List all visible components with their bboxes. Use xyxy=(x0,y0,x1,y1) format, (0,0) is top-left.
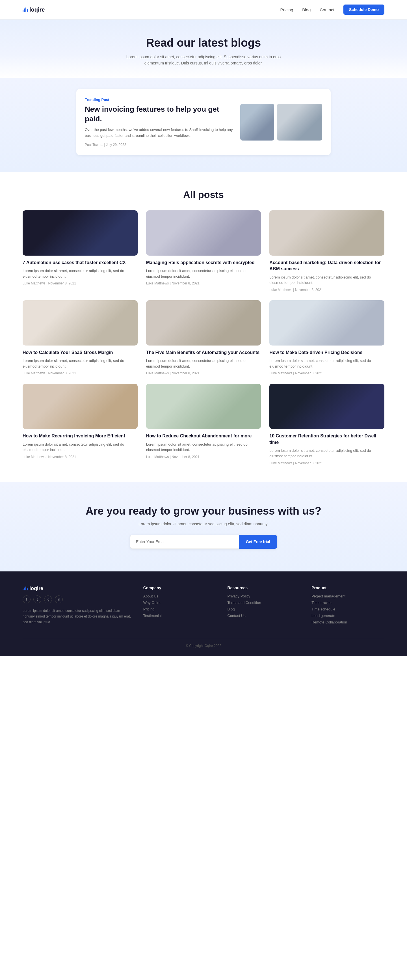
post-title: The Five Main Benefits of Automating you… xyxy=(146,350,261,356)
footer-project-management[interactable]: Project management xyxy=(312,594,385,598)
post-description: Lorem ipsum dolor sit amet, consectetur … xyxy=(146,442,261,453)
trending-image-2 xyxy=(277,104,322,140)
cta-form: Get Free trial xyxy=(130,535,277,549)
footer-why-oqire[interactable]: Why Oqire xyxy=(143,601,216,605)
logo-text: loqire xyxy=(29,6,45,13)
post-meta: Luke Matthews | November 8, 2021 xyxy=(22,455,138,459)
footer-privacy-policy[interactable]: Privacy Policy xyxy=(227,594,300,598)
post-card[interactable]: 10 Customer Retention Strategies for bet… xyxy=(269,384,385,465)
post-image xyxy=(146,384,261,429)
post-title: 7 Automation use cases that foster excel… xyxy=(22,259,138,266)
post-meta: Luke Matthews | November 8, 2021 xyxy=(22,282,138,285)
instagram-icon[interactable]: ig xyxy=(44,595,52,603)
footer-terms[interactable]: Terms and Condition xyxy=(227,601,300,605)
trending-images xyxy=(240,104,322,140)
post-title: Managing Rails application secrets with … xyxy=(146,259,261,266)
trending-title: New invoicing features to help you get p… xyxy=(85,105,234,124)
footer-company-heading: Company xyxy=(143,585,216,590)
twitter-icon[interactable]: t xyxy=(33,595,41,603)
footer-logo-text: loqire xyxy=(29,585,43,592)
post-title: Account-based marketing: Data-driven sel… xyxy=(269,259,385,272)
post-card[interactable]: 7 Automation use cases that foster excel… xyxy=(22,210,138,292)
post-description: Lorem ipsum dolor sit amet, consectetur … xyxy=(146,358,261,369)
linkedin-icon[interactable]: in xyxy=(55,595,63,603)
footer-product-heading: Product xyxy=(312,585,385,590)
footer-time-tracker[interactable]: Time tracker xyxy=(312,601,385,605)
email-input[interactable] xyxy=(130,535,239,549)
hero-description: Lorem ipsum dolor sit amet, consectetur … xyxy=(119,54,288,67)
footer-lead-generate[interactable]: Lead generate xyxy=(312,614,385,618)
post-card[interactable]: How to Calculate Your SaaS Gross Margin … xyxy=(22,300,138,375)
post-image xyxy=(22,384,138,429)
schedule-demo-button[interactable]: Schedule Demo xyxy=(343,5,385,15)
footer-col-resources: Resources Privacy Policy Terms and Condi… xyxy=(227,585,300,627)
post-description: Lorem ipsum dolor sit amet, consectetur … xyxy=(269,358,385,369)
post-image xyxy=(269,300,385,345)
post-meta: Luke Matthews | November 8, 2021 xyxy=(146,371,261,375)
facebook-icon[interactable]: f xyxy=(22,595,30,603)
post-card[interactable]: The Five Main Benefits of Automating you… xyxy=(146,300,261,375)
hero-title: Read our latest blogs xyxy=(22,37,385,49)
footer-social: f t ig in xyxy=(22,595,132,603)
post-description: Lorem ipsum dolor sit amet, consectetur … xyxy=(146,268,261,279)
post-image xyxy=(146,210,261,256)
logo-icon xyxy=(22,7,28,12)
footer-resources-heading: Resources xyxy=(227,585,300,590)
all-posts-title: All posts xyxy=(22,189,385,200)
post-image xyxy=(146,300,261,345)
nav-blog[interactable]: Blog xyxy=(302,7,311,12)
post-title: How to Make Recurring Invoicing More Eff… xyxy=(22,433,138,439)
post-meta: Luke Matthews | November 8, 2021 xyxy=(146,282,261,285)
copyright-text: © Copyright Oqire 2022 xyxy=(186,644,221,648)
footer-remote-collaboration[interactable]: Remote Collaboration xyxy=(312,620,385,624)
trending-date: July 29, 2022 xyxy=(106,143,126,147)
post-meta: Luke Matthews | November 8, 2021 xyxy=(22,371,138,375)
posts-grid: 7 Automation use cases that foster excel… xyxy=(22,210,385,465)
trending-card[interactable]: Trending Post New invoicing features to … xyxy=(76,89,331,155)
footer-contact-us[interactable]: Contact Us xyxy=(227,614,300,618)
post-title: How to Make Data-driven Pricing Decision… xyxy=(269,350,385,356)
post-title: How to Reduce Checkout Abandonment for m… xyxy=(146,433,261,439)
post-description: Lorem ipsum dolor sit amet, consectetur … xyxy=(22,442,138,453)
footer-blog[interactable]: Blog xyxy=(227,607,300,611)
nav-contact[interactable]: Contact xyxy=(320,7,334,12)
post-image xyxy=(22,210,138,256)
trending-description: Over the past few months, we've added se… xyxy=(85,127,234,139)
footer-grid: loqire f t ig in Lorem ipsum dolor sit a… xyxy=(22,585,385,627)
all-posts-section: All posts 7 Automation use cases that fo… xyxy=(0,172,407,482)
trending-section: Trending Post New invoicing features to … xyxy=(0,78,407,172)
post-card[interactable]: How to Make Recurring Invoicing More Eff… xyxy=(22,384,138,465)
post-title: 10 Customer Retention Strategies for bet… xyxy=(269,433,385,445)
footer-pricing[interactable]: Pricing xyxy=(143,607,216,611)
post-description: Lorem ipsum dolor sit amet, consectetur … xyxy=(22,358,138,369)
post-description: Lorem ipsum dolor sit amet, consectetur … xyxy=(269,275,385,286)
footer-logo-icon xyxy=(22,586,28,590)
nav-pricing[interactable]: Pricing xyxy=(280,7,293,12)
post-meta: Luke Matthews | November 8, 2021 xyxy=(146,455,261,459)
post-card[interactable]: How to Reduce Checkout Abandonment for m… xyxy=(146,384,261,465)
navbar: loqire Pricing Blog Contact Schedule Dem… xyxy=(0,0,407,19)
footer-about-us[interactable]: About Us xyxy=(143,594,216,598)
footer-testimonial[interactable]: Testimonial xyxy=(143,614,216,618)
post-card[interactable]: How to Make Data-driven Pricing Decision… xyxy=(269,300,385,375)
post-card[interactable]: Managing Rails application secrets with … xyxy=(146,210,261,292)
trending-label: Trending Post xyxy=(85,97,234,102)
get-free-trial-button[interactable]: Get Free trial xyxy=(239,535,277,549)
cta-title: Are you ready to grow your business with… xyxy=(22,505,385,518)
post-meta: Luke Matthews | November 8, 2021 xyxy=(269,371,385,375)
nav-links: Pricing Blog Contact Schedule Demo xyxy=(280,5,385,15)
post-image xyxy=(22,300,138,345)
logo[interactable]: loqire xyxy=(22,6,45,13)
post-card[interactable]: Account-based marketing: Data-driven sel… xyxy=(269,210,385,292)
footer: loqire f t ig in Lorem ipsum dolor sit a… xyxy=(0,571,407,656)
trending-meta: Pual Towers | July 29, 2022 xyxy=(85,143,234,147)
footer-col-product: Product Project management Time tracker … xyxy=(312,585,385,627)
trending-author: Pual Towers xyxy=(85,143,103,147)
footer-copyright: © Copyright Oqire 2022 xyxy=(22,638,385,648)
post-description: Lorem ipsum dolor sit amet, consectetur … xyxy=(22,268,138,279)
cta-description: Lorem ipsum dolor sit amet, consetetur s… xyxy=(22,522,385,526)
footer-time-schedule[interactable]: Time schedule xyxy=(312,607,385,611)
post-meta: Luke Matthews | November 8, 2021 xyxy=(269,288,385,292)
footer-logo: loqire xyxy=(22,585,132,592)
trending-content: Trending Post New invoicing features to … xyxy=(85,97,234,147)
